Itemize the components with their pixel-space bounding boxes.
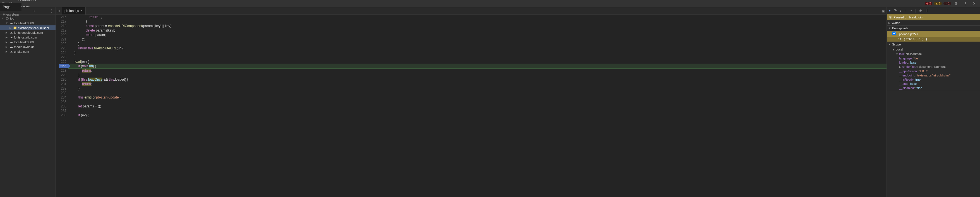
watch-section-header[interactable]: ▶ Watch <box>887 21 980 25</box>
code-area[interactable]: return , } const param = encodeURICompon… <box>68 15 886 197</box>
scope-property[interactable]: ▶ renderRoot: document-fragment <box>889 65 978 69</box>
navigator-more-icon[interactable]: » <box>32 9 38 13</box>
step-out-icon[interactable]: ↑ <box>904 8 906 13</box>
info-icon: ⓘ <box>889 15 892 19</box>
nav-show-icon[interactable]: ⊞ <box>56 9 62 13</box>
section-label: Watch <box>891 21 900 25</box>
line-gutter[interactable]: 2162172182192202212222232242252262272282… <box>56 15 68 197</box>
paused-banner: ⓘ Paused on breakpoint <box>887 14 980 21</box>
breakpoint-checkbox[interactable] <box>892 32 896 35</box>
scope-property[interactable]: language: "de" <box>889 56 978 60</box>
tree-item[interactable]: ▶☁localhost:8000 <box>0 40 56 44</box>
navigator-menu-icon[interactable]: ⋮ <box>48 9 56 13</box>
scope-local[interactable]: ▼ Local <box>889 48 978 52</box>
breakpoint-condition: if (!this.url) { <box>887 37 980 41</box>
scope-property[interactable]: __disabled: false <box>889 86 978 90</box>
panel-tab[interactable]: Performance <box>14 0 40 4</box>
scope-this[interactable]: ▼ this: pb-load#toc <box>889 52 978 56</box>
resume-icon[interactable]: ▸ <box>889 8 891 13</box>
scope-section-header[interactable]: ▼ Scope <box>887 42 980 47</box>
navigator-collapse-icon[interactable]: ▣ <box>880 9 886 13</box>
section-label: Scope <box>892 43 901 46</box>
chevron-down-icon: ▼ <box>888 27 891 30</box>
step-into-icon[interactable]: ↓ <box>900 8 902 13</box>
chevron-down-icon: ▼ <box>888 43 891 46</box>
tree-item[interactable]: ▶📁exist/apps/tei-publisher <box>0 25 56 30</box>
paused-text: Paused on breakpoint <box>894 16 923 19</box>
debugger-toolbar: ▸ ↷ ↓ ↑ → | ⊘ ⏸ <box>887 7 980 14</box>
file-tab[interactable]: pb-load.js × <box>62 7 86 14</box>
code-editor[interactable]: 2162172182192202212222232242252262272282… <box>56 15 886 197</box>
step-icon[interactable]: → <box>909 8 912 13</box>
scope-property[interactable]: __auto: false <box>889 82 978 86</box>
close-tab-icon[interactable]: × <box>81 7 83 14</box>
tree-item[interactable]: ▶☁unpkg.com <box>0 49 56 54</box>
breakpoint-location: pb-load.js:227 <box>899 32 918 36</box>
error-badge[interactable]: ⊘ 2 <box>925 2 932 5</box>
devtools-tabbar: ⇱ ⿻ ElementsConsoleSourcesNetworkPerform… <box>0 0 980 7</box>
editor-panel: ⊞ pb-load.js × ▣ 21621721821922022122222… <box>56 7 886 197</box>
chevron-right-icon: ▶ <box>888 21 891 24</box>
more-icon[interactable]: ⋮ <box>962 2 969 6</box>
step-over-icon[interactable]: ↷ <box>894 8 897 13</box>
file-tree: ▼▢top▼☁localhost:8080▶📁exist/apps/tei-pu… <box>0 15 56 55</box>
settings-icon[interactable]: ⚙ <box>953 2 960 6</box>
tree-item[interactable]: ▶☁fonts.googleapis.com <box>0 30 56 35</box>
tree-item[interactable]: ▼☁localhost:8080 <box>0 21 56 25</box>
pause-exceptions-icon[interactable]: ⏸ <box>925 8 928 13</box>
deactivate-bp-icon[interactable]: ⊘ <box>919 8 922 13</box>
breakpoints-section-header[interactable]: ▼ Breakpoints <box>887 26 980 31</box>
navigator-tab[interactable]: Page <box>0 3 21 11</box>
debugger-panel: ▸ ↷ ↓ ↑ → | ⊘ ⏸ ⓘ Paused on breakpoint ▶… <box>886 7 980 197</box>
tree-item[interactable]: ▶☁fonts.gstatic.com <box>0 35 56 40</box>
tree-item[interactable]: ▼▢top <box>0 16 56 21</box>
scope-property[interactable]: __endpoint: "/exist/apps/tei-publisher" <box>889 73 978 78</box>
tree-item[interactable]: ▶☁media.dwds.de <box>0 44 56 49</box>
scope-property[interactable]: __isReady: true <box>889 78 978 82</box>
close-icon[interactable]: ✕ <box>970 2 978 6</box>
navigator-panel: PageFilesystem » ⋮ ▼▢top▼☁localhost:8080… <box>0 7 56 197</box>
scope-property[interactable]: __apiVersion: "1.0.0" <box>889 69 978 73</box>
scope-property[interactable]: loaded: false <box>889 60 978 65</box>
section-label: Breakpoints <box>892 27 908 30</box>
warning-badge[interactable]: ▲ 1 <box>934 2 942 5</box>
breakpoint-item[interactable]: pb-load.js:227 <box>887 31 980 37</box>
file-tab-label: pb-load.js <box>64 7 79 14</box>
message-badge[interactable]: ✕ 1 <box>943 2 951 5</box>
